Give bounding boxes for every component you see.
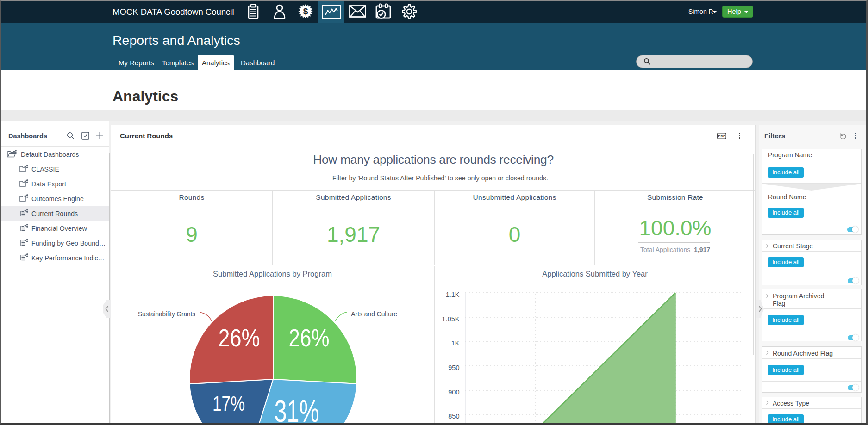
svg-text:1.1K: 1.1K	[446, 291, 460, 298]
svg-text:31%: 31%	[275, 394, 319, 423]
svg-text:Arts and Culture: Arts and Culture	[351, 310, 397, 318]
svg-text:1K: 1K	[451, 339, 460, 347]
svg-text:850: 850	[448, 413, 459, 420]
svg-text:$: $	[303, 6, 308, 16]
svg-text:26%: 26%	[219, 324, 260, 351]
svg-text:900: 900	[448, 388, 459, 396]
svg-text:17%: 17%	[212, 392, 245, 415]
svg-text:PDF: PDF	[718, 134, 725, 138]
svg-text:950: 950	[448, 364, 459, 371]
svg-text:1.05K: 1.05K	[442, 315, 460, 323]
svg-text:Sustainability Grants: Sustainability Grants	[138, 310, 195, 318]
svg-text:26%: 26%	[289, 324, 330, 351]
